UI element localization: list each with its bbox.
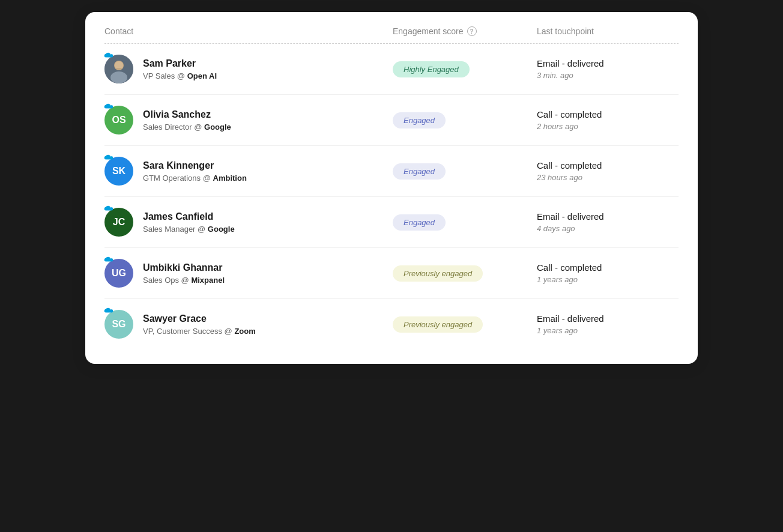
contacts-list: Sam Parker VP Sales @ Open AI Highly Eng…: [104, 44, 679, 349]
header-engagement: Engagement score ?: [393, 26, 537, 36]
touchpoint-time: 2 hours ago: [537, 122, 679, 131]
salesforce-icon: [102, 307, 113, 316]
contact-role: Sales Director @ Google: [143, 122, 231, 131]
engagement-badge: Engaged: [393, 112, 446, 128]
contact-details: Sawyer Grace VP, Customer Success @ Zoom: [143, 313, 256, 336]
contact-name: Sam Parker: [143, 58, 217, 69]
table-row[interactable]: UG Umbikki Ghannar Sales Ops @ Mixpanel …: [104, 248, 679, 299]
salesforce-icon: [102, 52, 113, 61]
header-contact: Contact: [104, 26, 393, 36]
touchpoint-time: 3 min. ago: [537, 71, 679, 80]
engagement-info-icon[interactable]: ?: [467, 26, 477, 36]
touchpoint-type: Call - completed: [537, 262, 679, 273]
table-header: Contact Engagement score ? Last touchpoi…: [104, 26, 679, 44]
touchpoint-time: 1 years ago: [537, 275, 679, 284]
engagement-badge-cell: Highly Engaged: [393, 61, 537, 77]
contact-role: VP, Customer Success @ Zoom: [143, 327, 256, 336]
contact-role: Sales Manager @ Google: [143, 225, 235, 234]
contacts-table: Contact Engagement score ? Last touchpoi…: [85, 12, 698, 364]
avatar-wrapper: [104, 55, 133, 83]
contact-name: Umbikki Ghannar: [143, 262, 225, 273]
table-row[interactable]: Sam Parker VP Sales @ Open AI Highly Eng…: [104, 44, 679, 95]
engagement-badge-cell: Engaged: [393, 112, 537, 128]
contact-info: SK Sara Kinnenger GTM Operations @ Ambit…: [104, 157, 393, 186]
contact-name: Sara Kinnenger: [143, 160, 247, 171]
engagement-badge-cell: Previously engaged: [393, 316, 537, 333]
touchpoint-cell: Call - completed 23 hours ago: [537, 160, 679, 182]
engagement-badge: Engaged: [393, 214, 446, 231]
contact-role: GTM Operations @ Ambition: [143, 174, 247, 183]
engagement-badge-cell: Previously engaged: [393, 265, 537, 282]
avatar-wrapper: UG: [104, 259, 133, 288]
avatar-wrapper: SK: [104, 157, 133, 186]
engagement-badge: Previously engaged: [393, 265, 483, 282]
engagement-badge-cell: Engaged: [393, 214, 537, 231]
contact-details: James Canfield Sales Manager @ Google: [143, 211, 235, 234]
salesforce-icon: [102, 103, 113, 112]
touchpoint-time: 1 years ago: [537, 326, 679, 335]
contact-details: Olivia Sanchez Sales Director @ Google: [143, 109, 231, 131]
salesforce-icon: [102, 256, 113, 265]
avatar-wrapper: OS: [104, 106, 133, 135]
contact-name: Sawyer Grace: [143, 313, 256, 324]
touchpoint-cell: Email - delivered 4 days ago: [537, 211, 679, 233]
avatar-wrapper: SG: [104, 310, 133, 339]
contact-details: Sam Parker VP Sales @ Open AI: [143, 58, 217, 80]
salesforce-icon: [102, 205, 113, 214]
touchpoint-cell: Email - delivered 3 min. ago: [537, 58, 679, 80]
touchpoint-type: Call - completed: [537, 109, 679, 119]
table-row[interactable]: SG Sawyer Grace VP, Customer Success @ Z…: [104, 299, 679, 349]
table-row[interactable]: SK Sara Kinnenger GTM Operations @ Ambit…: [104, 146, 679, 197]
contact-info: SG Sawyer Grace VP, Customer Success @ Z…: [104, 310, 393, 339]
engagement-badge-cell: Engaged: [393, 163, 537, 180]
touchpoint-cell: Call - completed 2 hours ago: [537, 109, 679, 131]
contact-info: JC James Canfield Sales Manager @ Google: [104, 208, 393, 237]
table-row[interactable]: JC James Canfield Sales Manager @ Google…: [104, 197, 679, 248]
contact-info: Sam Parker VP Sales @ Open AI: [104, 55, 393, 83]
contact-name: Olivia Sanchez: [143, 109, 231, 120]
touchpoint-type: Call - completed: [537, 160, 679, 171]
touchpoint-type: Email - delivered: [537, 211, 679, 222]
contact-details: Umbikki Ghannar Sales Ops @ Mixpanel: [143, 262, 225, 285]
touchpoint-cell: Call - completed 1 years ago: [537, 262, 679, 284]
header-touchpoint: Last touchpoint: [537, 26, 679, 36]
touchpoint-time: 23 hours ago: [537, 173, 679, 182]
contact-details: Sara Kinnenger GTM Operations @ Ambition: [143, 160, 247, 183]
engagement-badge: Engaged: [393, 163, 446, 180]
touchpoint-type: Email - delivered: [537, 58, 679, 68]
engagement-badge: Highly Engaged: [393, 61, 470, 77]
contact-info: UG Umbikki Ghannar Sales Ops @ Mixpanel: [104, 259, 393, 288]
contact-role: VP Sales @ Open AI: [143, 71, 217, 80]
avatar-wrapper: JC: [104, 208, 133, 237]
salesforce-icon: [102, 154, 113, 163]
touchpoint-type: Email - delivered: [537, 313, 679, 324]
contact-info: OS Olivia Sanchez Sales Director @ Googl…: [104, 106, 393, 135]
engagement-badge: Previously engaged: [393, 316, 483, 333]
touchpoint-time: 4 days ago: [537, 224, 679, 233]
table-row[interactable]: OS Olivia Sanchez Sales Director @ Googl…: [104, 95, 679, 146]
touchpoint-cell: Email - delivered 1 years ago: [537, 313, 679, 335]
contact-name: James Canfield: [143, 211, 235, 222]
contact-role: Sales Ops @ Mixpanel: [143, 276, 225, 285]
svg-point-2: [110, 71, 127, 83]
